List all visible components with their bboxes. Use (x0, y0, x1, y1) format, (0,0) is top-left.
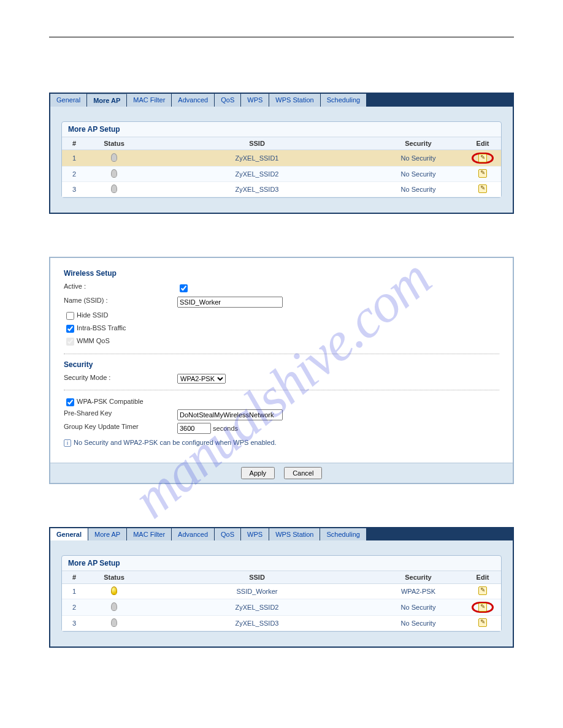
edit-icon[interactable] (478, 618, 487, 627)
col-header-num: # (62, 137, 86, 150)
more-ap-table: # Status SSID Security Edit 1 SSID_Worke… (62, 571, 501, 631)
label-active: Active : (64, 282, 177, 294)
tab-wps-station[interactable]: WPS Station (269, 94, 320, 107)
edit-icon[interactable] (478, 169, 487, 178)
hide-ssid-label: Hide SSID (77, 311, 108, 319)
highlight-circle (472, 153, 494, 164)
wpa-psk-compat-checkbox[interactable] (66, 398, 74, 406)
col-header-edit: Edit (464, 137, 501, 150)
row-ssid: ZyXEL_SSID2 (142, 599, 372, 616)
tabstrip-1: General More AP MAC Filter Advanced QoS … (50, 94, 513, 107)
edit-icon[interactable] (478, 184, 487, 193)
lightbulb-icon (111, 184, 117, 193)
edit-icon[interactable] (478, 586, 487, 595)
timer-input[interactable] (177, 423, 211, 434)
row-security: WPA2-PSK (372, 584, 464, 599)
row-index: 3 (62, 182, 86, 197)
wpa-psk-compat-label: WPA-PSK Compatible (77, 398, 144, 405)
intra-bss-label: Intra-BSS Traffic (77, 324, 126, 332)
more-ap-table: # Status SSID Security Edit 1 ZyXEL_SSID… (62, 137, 501, 197)
separator (64, 390, 499, 390)
apply-button[interactable]: Apply (241, 467, 275, 479)
tab-mac-filter[interactable]: MAC Filter (127, 528, 172, 540)
tab-qos[interactable]: QoS (215, 94, 241, 107)
more-ap-panel-2: General More AP MAC Filter Advanced QoS … (49, 527, 514, 648)
tab-wps[interactable]: WPS (241, 528, 269, 540)
lightbulb-icon (111, 618, 117, 627)
wireless-setup-form: Wireless Setup Active : Name (SSID) : Hi… (49, 257, 514, 484)
label-timer: Group Key Update Timer (64, 423, 177, 434)
tab-general[interactable]: General (50, 528, 88, 540)
lightbulb-icon (111, 169, 117, 178)
tab-advanced[interactable]: Advanced (172, 528, 215, 540)
row-ssid: ZyXEL_SSID2 (142, 167, 372, 182)
col-header-status: Status (86, 137, 142, 150)
row-index: 3 (62, 616, 86, 631)
table-row: 1 SSID_Worker WPA2-PSK (62, 584, 501, 599)
col-header-num: # (62, 571, 86, 584)
row-edit (464, 167, 501, 182)
table-row: 2 ZyXEL_SSID2 No Security (62, 599, 501, 616)
cancel-button[interactable]: Cancel (284, 467, 322, 479)
label-psk: Pre-Shared Key (64, 409, 177, 420)
row-edit (464, 616, 501, 631)
page-header-rule (49, 37, 514, 37)
tab-scheduling[interactable]: Scheduling (320, 528, 366, 540)
edit-icon[interactable] (478, 603, 487, 612)
row-security: No Security (372, 599, 464, 616)
row-ssid: ZyXEL_SSID3 (142, 616, 372, 631)
tab-wps-station[interactable]: WPS Station (269, 528, 320, 540)
row-index: 2 (62, 167, 86, 182)
row-ssid: ZyXEL_SSID1 (142, 150, 372, 167)
label-name-ssid: Name (SSID) : (64, 297, 177, 308)
row-status (86, 584, 142, 599)
edit-icon[interactable] (478, 154, 487, 162)
tab-more-ap[interactable]: More AP (87, 94, 127, 107)
tab-more-ap[interactable]: More AP (88, 528, 127, 540)
row-edit (464, 150, 501, 167)
active-checkbox[interactable] (180, 284, 188, 292)
label-security-mode: Security Mode : (64, 374, 177, 384)
row-edit (464, 182, 501, 197)
intra-bss-checkbox[interactable] (66, 325, 74, 333)
row-index: 2 (62, 599, 86, 616)
table-row: 3 ZyXEL_SSID3 No Security (62, 182, 501, 197)
col-header-security: Security (372, 137, 464, 150)
more-ap-panel-1: General More AP MAC Filter Advanced QoS … (49, 93, 514, 214)
row-status (86, 150, 142, 167)
section-security: Security (64, 360, 499, 369)
ssid-input[interactable] (177, 297, 283, 308)
section-wireless-setup: Wireless Setup (64, 269, 499, 278)
highlight-circle (472, 602, 494, 613)
wmm-qos-checkbox (66, 338, 74, 346)
info-icon: i (64, 439, 71, 447)
table-row: 2 ZyXEL_SSID2 No Security (62, 167, 501, 182)
table-row: 1 ZyXEL_SSID1 No Security (62, 150, 501, 167)
tab-wps[interactable]: WPS (241, 94, 269, 107)
row-ssid: SSID_Worker (142, 584, 372, 599)
tab-general[interactable]: General (50, 94, 87, 107)
psk-input[interactable] (177, 409, 283, 420)
wmm-qos-label: WMM QoS (77, 337, 110, 344)
col-header-security: Security (372, 571, 464, 584)
row-edit (464, 584, 501, 599)
lightbulb-icon (111, 153, 117, 162)
tab-advanced[interactable]: Advanced (172, 94, 215, 107)
button-bar: Apply Cancel (50, 463, 513, 483)
table-row: 3 ZyXEL_SSID3 No Security (62, 616, 501, 631)
col-header-edit: Edit (464, 571, 501, 584)
security-mode-select[interactable]: WPA2-PSK (177, 374, 226, 384)
row-ssid: ZyXEL_SSID3 (142, 182, 372, 197)
lightbulb-icon (111, 586, 117, 595)
tab-mac-filter[interactable]: MAC Filter (127, 94, 172, 107)
separator (64, 354, 499, 354)
tab-scheduling[interactable]: Scheduling (321, 94, 366, 107)
lightbulb-icon (111, 602, 117, 611)
row-index: 1 (62, 584, 86, 599)
col-header-ssid: SSID (142, 571, 372, 584)
hide-ssid-checkbox[interactable] (66, 312, 74, 320)
col-header-ssid: SSID (142, 137, 372, 150)
more-ap-setup-card: More AP Setup # Status SSID Security Edi… (61, 121, 502, 198)
wps-note: iNo Security and WPA2-PSK can be configu… (64, 439, 499, 447)
tab-qos[interactable]: QoS (215, 528, 241, 540)
